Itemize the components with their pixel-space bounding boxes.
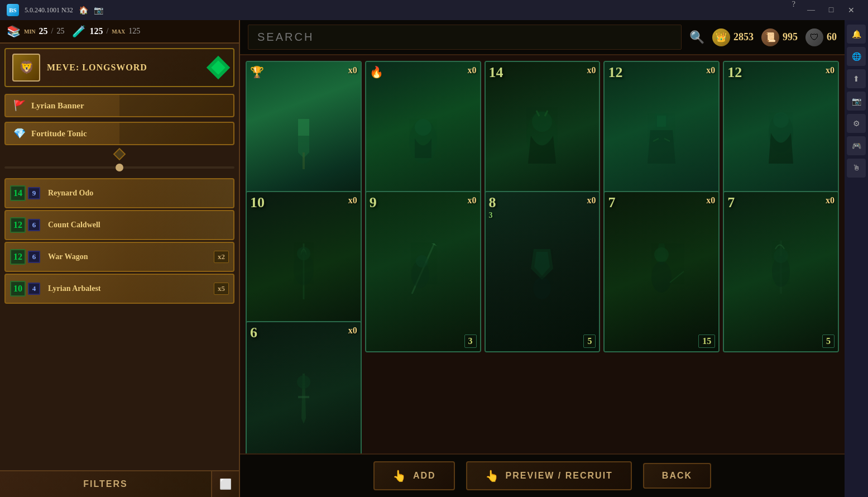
maximize-btn[interactable]: □ bbox=[821, 0, 841, 20]
card-stats: 14 9 bbox=[10, 185, 44, 201]
card-power-10: 7 bbox=[727, 195, 735, 210]
left-panel: 📚 MIN 25 / 25 🧪 125 / MAX 125 🦁 MEVE: LO… bbox=[0, 20, 240, 497]
filters-button[interactable]: FILTERS bbox=[0, 471, 211, 497]
grid-card-11[interactable]: 6 x0 ⚔ bbox=[246, 321, 362, 453]
list-item-lyrian-arbalest[interactable]: 10 4 Lyrian Arbalest x5 bbox=[4, 274, 234, 304]
search-input[interactable] bbox=[248, 25, 682, 50]
card-bottom-8: 5 bbox=[583, 334, 596, 348]
currency-scroll: 📜 995 bbox=[761, 28, 798, 46]
bottom-controls: FILTERS ⬜ bbox=[0, 470, 239, 497]
sidebar-btn-upload[interactable]: ⬆ bbox=[847, 69, 866, 88]
card-stats2: 12 6 bbox=[10, 217, 44, 233]
titlebar: BS 5.0.240.1001 N32 🏠 📷 ? — □ ✕ bbox=[0, 0, 868, 20]
grid-card-9[interactable]: 7 x0 15 bbox=[603, 191, 720, 352]
sidebar-btn-gamepad[interactable]: 🎮 bbox=[847, 136, 866, 155]
fortitude-tonic-icon: 💎 bbox=[13, 127, 26, 140]
right-panel: 🔍 👑 2853 📜 995 🛡 60 bbox=[240, 20, 845, 497]
main-content: 📚 MIN 25 / 25 🧪 125 / MAX 125 🦁 MEVE: LO… bbox=[0, 20, 845, 497]
card-count-2: x0 bbox=[468, 65, 477, 75]
card-bottom-10: 5 bbox=[822, 334, 835, 348]
svg-point-19 bbox=[297, 375, 310, 389]
app-version: 5.0.240.1001 N32 bbox=[25, 6, 73, 15]
card-power3: 12 bbox=[10, 249, 26, 265]
leader-diamond-inner bbox=[211, 60, 225, 74]
sidebar-btn-camera[interactable]: 📷 bbox=[847, 92, 866, 111]
add-icon: 👆 bbox=[392, 469, 407, 482]
help-icon[interactable]: ? bbox=[787, 0, 801, 20]
deck-btn-bg bbox=[119, 95, 233, 116]
card-armor2: 6 bbox=[28, 219, 40, 231]
max-label: MAX bbox=[112, 28, 125, 35]
svg-point-17 bbox=[774, 248, 788, 263]
card-power-8: 8 bbox=[489, 194, 496, 211]
titlebar-left: BS 5.0.240.1001 N32 🏠 📷 bbox=[7, 4, 103, 16]
min-max: 25 bbox=[56, 27, 64, 36]
gold-icon: 👑 bbox=[712, 28, 730, 46]
deck-btn-fortitude-tonic[interactable]: 💎 Fortitude Tonic bbox=[4, 122, 234, 145]
slider-track bbox=[4, 166, 234, 169]
svg-point-14 bbox=[651, 261, 672, 293]
svg-point-15 bbox=[654, 247, 669, 262]
camera-icon[interactable]: 📷 bbox=[94, 6, 103, 15]
card-name-war-wagon: War Wagon bbox=[44, 252, 214, 261]
card-count-6: x0 bbox=[348, 195, 357, 206]
card-art-8 bbox=[486, 192, 600, 351]
card-name-lyrian: Lyrian Arbalest bbox=[44, 284, 214, 293]
leader-card[interactable]: 🦁 MEVE: LONGSWORD bbox=[4, 48, 234, 87]
leader-emblem: 🦁 bbox=[12, 54, 40, 82]
min-value: 25 bbox=[39, 26, 48, 36]
slider-container[interactable] bbox=[4, 164, 234, 171]
currency-shield: 🛡 60 bbox=[805, 28, 837, 46]
grid-card-10[interactable]: 7 x0 5 bbox=[723, 191, 839, 352]
card-armor3: 6 bbox=[28, 251, 40, 263]
slider-thumb[interactable] bbox=[116, 164, 123, 171]
deck-btn-bg2 bbox=[119, 123, 233, 144]
list-item-count-caldwell[interactable]: 12 6 Count Caldwell bbox=[4, 210, 234, 240]
max-stat: 🧪 125 / MAX 125 bbox=[72, 25, 140, 38]
list-item-reynard-odo[interactable]: 14 9 Reynard Odo bbox=[4, 178, 234, 208]
card-art-10 bbox=[724, 192, 838, 351]
grid-card-7[interactable]: 9 x0 3 bbox=[365, 191, 481, 352]
book-icon: 📚 bbox=[7, 25, 21, 38]
expand-button[interactable]: ⬜ bbox=[211, 471, 239, 497]
card-power: 14 bbox=[10, 185, 26, 201]
svg-point-10 bbox=[297, 247, 310, 260]
back-button[interactable]: BACK bbox=[643, 463, 711, 489]
add-label: ADD bbox=[413, 471, 436, 481]
card-stats3: 12 6 bbox=[10, 249, 44, 265]
fortitude-tonic-label: Fortitude Tonic bbox=[31, 129, 87, 138]
svg-rect-18 bbox=[298, 396, 309, 398]
currency-gold: 👑 2853 bbox=[712, 28, 754, 46]
preview-recruit-button[interactable]: 👆 PREVIEW / RECRUIT bbox=[466, 461, 632, 490]
card-grid: 🏆 x0 🚩 🔥 x0 bbox=[240, 55, 845, 453]
sidebar-btn-globe[interactable]: 🌐 bbox=[847, 47, 866, 66]
close-btn[interactable]: ✕ bbox=[841, 0, 861, 20]
sidebar-btn-mouse[interactable]: 🖱 bbox=[847, 159, 866, 178]
sidebar-btn-bell[interactable]: 🔔 bbox=[847, 25, 866, 44]
right-sidebar: 🔔 🌐 ⬆ 📷 ⚙ 🎮 🖱 bbox=[845, 20, 868, 497]
diamond-separator bbox=[4, 150, 234, 159]
back-label: BACK bbox=[662, 471, 692, 481]
svg-point-4 bbox=[532, 112, 552, 132]
stats-bar: 📚 MIN 25 / 25 🧪 125 / MAX 125 bbox=[0, 20, 239, 44]
svg-point-13 bbox=[533, 277, 551, 299]
potion-value: 125 bbox=[89, 26, 103, 36]
stat-slash: / bbox=[51, 27, 54, 36]
card-power-11: 6 bbox=[250, 326, 257, 340]
grid-card-8[interactable]: 8 3 x0 5 bbox=[485, 191, 601, 352]
add-button[interactable]: 👆 ADD bbox=[373, 461, 455, 490]
shield-icon: 🛡 bbox=[805, 28, 823, 46]
leader-emblem-icon: 🦁 bbox=[19, 60, 34, 75]
diamond-shape bbox=[113, 148, 126, 161]
potion-max: 125 bbox=[128, 27, 140, 36]
sidebar-btn-gear[interactable]: ⚙ bbox=[847, 114, 866, 133]
card-armor: 9 bbox=[28, 187, 40, 199]
list-item-war-wagon[interactable]: 12 6 War Wagon x2 bbox=[4, 242, 234, 272]
minimize-btn[interactable]: — bbox=[801, 0, 821, 20]
card-count-5: x0 bbox=[826, 65, 835, 75]
home-icon[interactable]: 🏠 bbox=[79, 6, 88, 15]
card-power-4: 12 bbox=[608, 65, 622, 80]
gold-value: 2853 bbox=[733, 31, 754, 43]
card-power4: 10 bbox=[10, 281, 26, 297]
deck-btn-lyrian-banner[interactable]: 🚩 Lyrian Banner bbox=[4, 94, 234, 117]
